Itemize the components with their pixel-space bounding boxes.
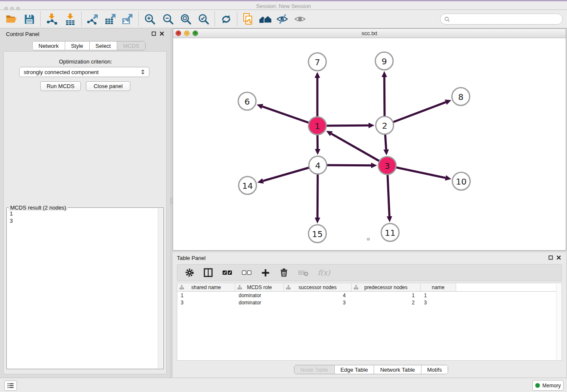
zoom-fit-button[interactable] [179, 12, 193, 26]
tab-style[interactable]: Style [65, 41, 90, 50]
cell-successor-nodes[interactable]: 3 [284, 299, 352, 306]
export-table-icon [104, 13, 117, 25]
tab-network[interactable]: Network [33, 41, 65, 50]
tab-edge-table[interactable]: Edge Table [335, 365, 374, 374]
tab-select[interactable]: Select [90, 41, 117, 50]
table-scrollbar[interactable] [556, 284, 561, 360]
table-panel: Table Panel [173, 252, 566, 378]
edge-arrowhead [315, 218, 320, 224]
network-resize-grip[interactable] [367, 238, 370, 240]
mcds-result-item: 1 [10, 210, 158, 217]
float-panel-icon[interactable] [548, 255, 553, 260]
gear-icon[interactable] [185, 268, 194, 277]
zoom-selected-icon [198, 13, 209, 25]
zoom-in-button[interactable] [143, 12, 157, 26]
hide-panels-button[interactable] [275, 12, 289, 26]
open-session-button[interactable] [4, 12, 19, 26]
node-label: 8 [458, 92, 464, 102]
cell-name[interactable]: 1 [421, 292, 456, 299]
add-column-icon[interactable] [261, 268, 270, 277]
criterion-value: strongly connected component [24, 69, 99, 75]
cell-mcds-role[interactable]: dominator [235, 292, 284, 299]
tab-network-table[interactable]: Network Table [374, 365, 421, 374]
apply-layout-button[interactable] [219, 12, 233, 26]
memory-button[interactable]: Memory [532, 380, 564, 391]
tab-node-table[interactable]: Node Table [295, 365, 335, 374]
export-network-button[interactable] [85, 12, 100, 26]
zoom-out-icon [162, 13, 174, 25]
search-field[interactable] [440, 14, 563, 25]
cell-predecessor-nodes[interactable]: 2 [352, 299, 421, 306]
column-layout-icon[interactable] [204, 268, 213, 277]
show-all-networks-button[interactable] [258, 12, 272, 26]
houses-icon [259, 13, 272, 25]
tab-motifs[interactable]: Motifs [421, 365, 448, 374]
table-row[interactable]: 3 dominator 3 2 3 [177, 299, 561, 306]
control-panel-tabs: Network Style Select MCDS [32, 41, 146, 50]
import-table-button[interactable] [63, 12, 77, 26]
node-label: 11 [385, 228, 395, 238]
column-header-mcds-role[interactable]: MCDS role [235, 283, 284, 291]
criterion-dropdown[interactable]: strongly connected component [19, 67, 149, 77]
memory-label: Memory [542, 383, 561, 389]
delete-column-icon[interactable] [279, 268, 289, 277]
network-view-window: × − + scc.txt 7968124314101511 [173, 28, 566, 251]
window-title: Session: New Session [0, 3, 567, 9]
import-network-button[interactable] [44, 12, 59, 26]
export-table-button[interactable] [103, 12, 118, 26]
edge-arrowhead [257, 178, 264, 183]
import-network-icon [45, 13, 58, 25]
edge-3-1[interactable] [331, 134, 387, 166]
save-session-button[interactable] [22, 12, 36, 26]
close-panel-icon[interactable] [160, 31, 164, 36]
cell-successor-nodes[interactable]: 4 [284, 292, 352, 299]
edge-arrowhead [445, 99, 451, 105]
cell-shared-name[interactable]: 1 [177, 292, 235, 299]
column-header-name[interactable]: name [421, 283, 456, 291]
cell-shared-name[interactable]: 3 [177, 299, 235, 306]
float-panel-icon[interactable] [151, 31, 156, 36]
new-network-from-file-button[interactable] [241, 12, 256, 26]
search-input[interactable] [452, 16, 559, 22]
hierarchy-icon [354, 285, 358, 290]
task-history-button[interactable] [4, 381, 17, 391]
export-image-icon [121, 13, 134, 25]
cell-mcds-role[interactable]: dominator [235, 299, 284, 306]
import-table-icon [64, 13, 77, 25]
document-network-icon [242, 13, 255, 25]
zoom-selected-button[interactable] [196, 12, 211, 26]
splitter-grip[interactable] [171, 198, 172, 204]
mcds-result-item: 3 [10, 217, 158, 224]
close-panel-icon[interactable] [556, 255, 561, 260]
node-label: 4 [315, 160, 321, 171]
mcds-result-scrollbar[interactable] [158, 208, 163, 368]
select-all-icon[interactable] [222, 270, 232, 276]
eye-icon [294, 13, 306, 25]
cell-predecessor-nodes[interactable]: 1 [352, 292, 421, 299]
edge-arrowhead [369, 123, 374, 128]
node-label: 6 [245, 97, 250, 107]
close-panel-button[interactable]: Close panel [86, 81, 130, 91]
hierarchy-icon [237, 285, 242, 290]
zoom-out-button[interactable] [161, 12, 175, 26]
network-canvas-svg[interactable]: 7968124314101511 [173, 38, 566, 250]
column-header-successor-nodes[interactable]: successor nodes [284, 283, 352, 291]
table-row[interactable]: 1 dominator 4 1 1 [177, 292, 561, 299]
run-mcds-button[interactable]: Run MCDS [40, 81, 81, 91]
column-header-shared-name[interactable]: shared name [177, 283, 235, 291]
column-header-predecessor-nodes[interactable]: predecessor nodes [352, 283, 421, 291]
function-builder-icon[interactable]: f(x) [318, 268, 330, 277]
cell-filler [456, 299, 561, 306]
edge-2-8[interactable] [385, 102, 446, 125]
search-icon [444, 17, 450, 22]
tab-mcds[interactable]: MCDS [117, 41, 145, 50]
save-floppy-icon [24, 14, 35, 25]
delete-table-icon[interactable] [298, 269, 308, 276]
cell-name[interactable]: 3 [421, 299, 456, 306]
export-image-button[interactable] [120, 12, 135, 26]
show-panels-button[interactable] [293, 12, 307, 26]
optimization-criterion-label: Optimization criterion: [4, 58, 167, 65]
deselect-all-icon[interactable] [242, 270, 252, 276]
network-window-titlebar[interactable]: × − + scc.txt [173, 29, 566, 38]
titlebar: Session: New Session [0, 1, 567, 10]
